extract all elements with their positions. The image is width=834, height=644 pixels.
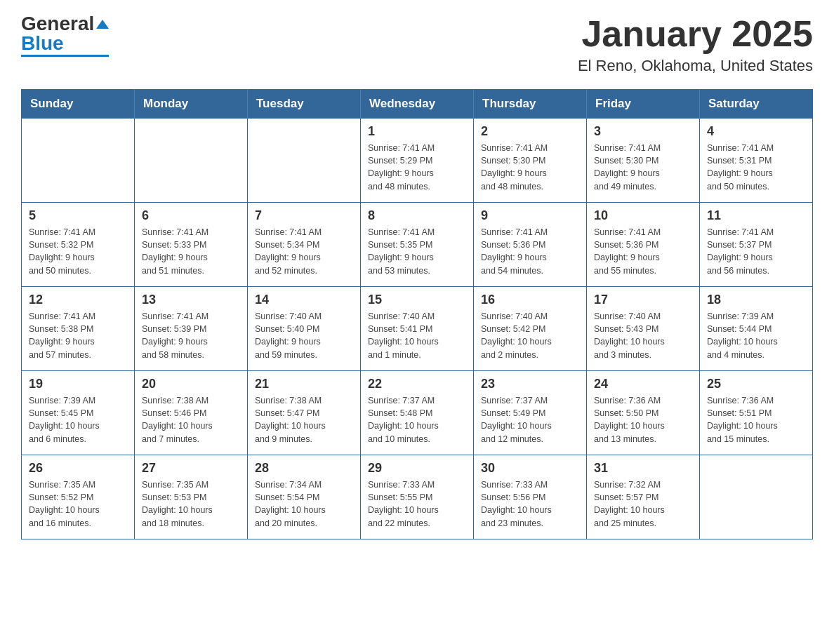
day-info: Sunrise: 7:38 AM Sunset: 5:46 PM Dayligh… xyxy=(142,394,240,445)
calendar-cell: 1Sunrise: 7:41 AM Sunset: 5:29 PM Daylig… xyxy=(361,119,474,203)
page-header: General Blue January 2025 El Reno, Oklah… xyxy=(21,14,813,75)
calendar-cell: 14Sunrise: 7:40 AM Sunset: 5:40 PM Dayli… xyxy=(248,287,361,371)
calendar-cell: 13Sunrise: 7:41 AM Sunset: 5:39 PM Dayli… xyxy=(135,287,248,371)
day-info: Sunrise: 7:37 AM Sunset: 5:49 PM Dayligh… xyxy=(481,394,579,445)
day-number: 14 xyxy=(255,293,353,307)
day-number: 2 xyxy=(481,124,579,139)
day-info: Sunrise: 7:41 AM Sunset: 5:30 PM Dayligh… xyxy=(481,142,579,193)
day-info: Sunrise: 7:40 AM Sunset: 5:43 PM Dayligh… xyxy=(594,310,692,361)
day-number: 28 xyxy=(255,461,353,476)
calendar-cell xyxy=(22,119,135,203)
day-info: Sunrise: 7:41 AM Sunset: 5:29 PM Dayligh… xyxy=(368,142,466,193)
day-info: Sunrise: 7:36 AM Sunset: 5:50 PM Dayligh… xyxy=(594,394,692,445)
calendar-cell: 28Sunrise: 7:34 AM Sunset: 5:54 PM Dayli… xyxy=(248,455,361,539)
calendar-cell: 27Sunrise: 7:35 AM Sunset: 5:53 PM Dayli… xyxy=(135,455,248,539)
calendar-cell: 2Sunrise: 7:41 AM Sunset: 5:30 PM Daylig… xyxy=(474,119,587,203)
day-number: 22 xyxy=(368,377,466,391)
day-number: 27 xyxy=(142,461,240,476)
calendar-cell: 29Sunrise: 7:33 AM Sunset: 5:55 PM Dayli… xyxy=(361,455,474,539)
calendar-cell: 8Sunrise: 7:41 AM Sunset: 5:35 PM Daylig… xyxy=(361,203,474,287)
day-number: 5 xyxy=(29,208,127,223)
day-info: Sunrise: 7:41 AM Sunset: 5:38 PM Dayligh… xyxy=(29,310,127,361)
day-info: Sunrise: 7:35 AM Sunset: 5:52 PM Dayligh… xyxy=(29,478,127,530)
calendar-cell: 17Sunrise: 7:40 AM Sunset: 5:43 PM Dayli… xyxy=(587,287,700,371)
calendar-cell: 18Sunrise: 7:39 AM Sunset: 5:44 PM Dayli… xyxy=(700,287,813,371)
calendar-cell xyxy=(700,455,813,539)
subtitle: El Reno, Oklahoma, United States xyxy=(578,57,813,75)
calendar-week-row: 19Sunrise: 7:39 AM Sunset: 5:45 PM Dayli… xyxy=(22,371,813,455)
calendar-cell: 26Sunrise: 7:35 AM Sunset: 5:52 PM Dayli… xyxy=(22,455,135,539)
day-number: 31 xyxy=(594,461,692,476)
day-info: Sunrise: 7:40 AM Sunset: 5:41 PM Dayligh… xyxy=(368,310,466,361)
day-number: 20 xyxy=(142,377,240,391)
calendar-cell: 20Sunrise: 7:38 AM Sunset: 5:46 PM Dayli… xyxy=(135,371,248,455)
day-number: 6 xyxy=(142,208,240,223)
day-number: 21 xyxy=(255,377,353,391)
calendar-cell: 31Sunrise: 7:32 AM Sunset: 5:57 PM Dayli… xyxy=(587,455,700,539)
calendar-cell: 24Sunrise: 7:36 AM Sunset: 5:50 PM Dayli… xyxy=(587,371,700,455)
day-number: 11 xyxy=(707,208,805,223)
calendar-day-header: Saturday xyxy=(700,90,813,119)
logo-blue-text: Blue xyxy=(21,34,64,53)
day-number: 29 xyxy=(368,461,466,476)
day-info: Sunrise: 7:33 AM Sunset: 5:55 PM Dayligh… xyxy=(368,478,466,530)
calendar-cell: 3Sunrise: 7:41 AM Sunset: 5:30 PM Daylig… xyxy=(587,119,700,203)
calendar-cell: 12Sunrise: 7:41 AM Sunset: 5:38 PM Dayli… xyxy=(22,287,135,371)
calendar-cell: 10Sunrise: 7:41 AM Sunset: 5:36 PM Dayli… xyxy=(587,203,700,287)
day-info: Sunrise: 7:38 AM Sunset: 5:47 PM Dayligh… xyxy=(255,394,353,445)
calendar-day-header: Wednesday xyxy=(361,90,474,119)
calendar-cell: 23Sunrise: 7:37 AM Sunset: 5:49 PM Dayli… xyxy=(474,371,587,455)
day-number: 17 xyxy=(594,293,692,307)
day-number: 23 xyxy=(481,377,579,391)
day-number: 15 xyxy=(368,293,466,307)
calendar-day-header: Sunday xyxy=(22,90,135,119)
day-info: Sunrise: 7:41 AM Sunset: 5:33 PM Dayligh… xyxy=(142,226,240,277)
logo-underline xyxy=(21,55,109,57)
day-info: Sunrise: 7:36 AM Sunset: 5:51 PM Dayligh… xyxy=(707,394,805,445)
day-number: 19 xyxy=(29,377,127,391)
day-number: 1 xyxy=(368,124,466,139)
day-info: Sunrise: 7:41 AM Sunset: 5:31 PM Dayligh… xyxy=(707,142,805,193)
calendar-cell: 5Sunrise: 7:41 AM Sunset: 5:32 PM Daylig… xyxy=(22,203,135,287)
day-info: Sunrise: 7:41 AM Sunset: 5:34 PM Dayligh… xyxy=(255,226,353,277)
calendar-day-header: Friday xyxy=(587,90,700,119)
calendar-header-row: SundayMondayTuesdayWednesdayThursdayFrid… xyxy=(22,90,813,119)
calendar-cell: 21Sunrise: 7:38 AM Sunset: 5:47 PM Dayli… xyxy=(248,371,361,455)
calendar-week-row: 5Sunrise: 7:41 AM Sunset: 5:32 PM Daylig… xyxy=(22,203,813,287)
calendar-day-header: Tuesday xyxy=(248,90,361,119)
day-number: 10 xyxy=(594,208,692,223)
day-info: Sunrise: 7:34 AM Sunset: 5:54 PM Dayligh… xyxy=(255,478,353,530)
calendar-cell: 7Sunrise: 7:41 AM Sunset: 5:34 PM Daylig… xyxy=(248,203,361,287)
day-info: Sunrise: 7:41 AM Sunset: 5:30 PM Dayligh… xyxy=(594,142,692,193)
calendar-cell: 4Sunrise: 7:41 AM Sunset: 5:31 PM Daylig… xyxy=(700,119,813,203)
day-info: Sunrise: 7:41 AM Sunset: 5:37 PM Dayligh… xyxy=(707,226,805,277)
day-info: Sunrise: 7:40 AM Sunset: 5:42 PM Dayligh… xyxy=(481,310,579,361)
day-number: 3 xyxy=(594,124,692,139)
calendar-cell xyxy=(248,119,361,203)
calendar-cell: 30Sunrise: 7:33 AM Sunset: 5:56 PM Dayli… xyxy=(474,455,587,539)
day-number: 9 xyxy=(481,208,579,223)
calendar-cell: 15Sunrise: 7:40 AM Sunset: 5:41 PM Dayli… xyxy=(361,287,474,371)
calendar: SundayMondayTuesdayWednesdayThursdayFrid… xyxy=(21,89,813,539)
calendar-cell: 22Sunrise: 7:37 AM Sunset: 5:48 PM Dayli… xyxy=(361,371,474,455)
day-number: 4 xyxy=(707,124,805,139)
day-info: Sunrise: 7:35 AM Sunset: 5:53 PM Dayligh… xyxy=(142,478,240,530)
day-info: Sunrise: 7:40 AM Sunset: 5:40 PM Dayligh… xyxy=(255,310,353,361)
day-info: Sunrise: 7:41 AM Sunset: 5:35 PM Dayligh… xyxy=(368,226,466,277)
day-info: Sunrise: 7:41 AM Sunset: 5:36 PM Dayligh… xyxy=(594,226,692,277)
day-info: Sunrise: 7:39 AM Sunset: 5:44 PM Dayligh… xyxy=(707,310,805,361)
logo-text: General xyxy=(21,14,109,34)
day-number: 12 xyxy=(29,293,127,307)
day-info: Sunrise: 7:41 AM Sunset: 5:32 PM Dayligh… xyxy=(29,226,127,277)
day-number: 24 xyxy=(594,377,692,391)
day-number: 8 xyxy=(368,208,466,223)
day-number: 30 xyxy=(481,461,579,476)
day-number: 7 xyxy=(255,208,353,223)
day-number: 16 xyxy=(481,293,579,307)
calendar-day-header: Monday xyxy=(135,90,248,119)
calendar-week-row: 1Sunrise: 7:41 AM Sunset: 5:29 PM Daylig… xyxy=(22,119,813,203)
day-info: Sunrise: 7:32 AM Sunset: 5:57 PM Dayligh… xyxy=(594,478,692,530)
day-number: 26 xyxy=(29,461,127,476)
day-info: Sunrise: 7:37 AM Sunset: 5:48 PM Dayligh… xyxy=(368,394,466,445)
calendar-cell: 6Sunrise: 7:41 AM Sunset: 5:33 PM Daylig… xyxy=(135,203,248,287)
